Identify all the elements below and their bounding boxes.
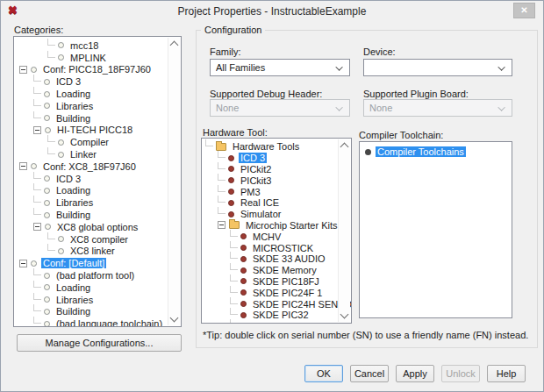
tree-item[interactable]: SKDE 33 AUDIO [205,253,337,265]
tree-item[interactable]: Building [18,209,167,221]
scroll-up-icon[interactable] [170,41,179,50]
plugin-board-label: Supported Plugin Board: [363,89,469,99]
configuration-group-label: Configuration [201,25,265,35]
tree-item[interactable]: SKDE PIC18FJ [205,276,337,288]
tree-branch-line [230,230,238,237]
circle-icon [31,67,37,73]
tree-branch-line [230,252,238,259]
tree-item-label: Microchip Starter Kits [244,220,340,231]
tree-item[interactable]: SKDE PIC32 [205,310,337,321]
collapse-toggle-icon[interactable] [33,126,41,134]
tree-item[interactable]: XC8 linker [18,246,167,258]
chevron-down-icon [497,63,505,70]
collapse-toggle-icon[interactable] [19,260,27,267]
tree-item-label: MICROSTICK [251,243,315,253]
close-button[interactable]: ✕ [513,3,535,18]
circle-icon [44,188,50,194]
circle-icon [44,321,50,327]
tree-branch-line [230,241,238,248]
dot-icon [228,211,234,217]
tree-item[interactable]: MPLINK [18,52,167,64]
tree-item-label: Linker [68,149,98,160]
tree-item[interactable]: Compiler Toolchains [361,146,510,158]
tree-item[interactable]: Microchip Starter Kits [205,220,337,232]
circle-icon [44,79,50,85]
hardware-tool-tree[interactable]: Hardware ToolsICD 3PICkit2PICkit3PM3Real… [201,138,352,324]
scroll-down-icon[interactable] [340,310,349,319]
tree-item[interactable]: mcc18 [18,39,167,52]
tree-item[interactable]: Building [18,112,167,125]
circle-icon [44,91,50,97]
tree-branch-line [33,281,41,288]
categories-label: Categories: [14,25,63,35]
tree-item[interactable]: SKDE PIC24H SENSOR [205,298,337,310]
circle-icon [31,163,37,169]
circle-icon [58,42,64,48]
tree-item[interactable]: Starter Kits (PKOB) [205,321,337,324]
device-label: Device: [363,46,396,57]
manage-configurations-button[interactable]: Manage Configurations... [17,334,182,352]
dot-icon [240,278,247,284]
collapse-toggle-icon[interactable] [33,223,41,231]
collapse-toggle-icon[interactable] [19,162,27,170]
tree-item-label: HI-TECH PICC18 [55,125,134,135]
dot-icon [228,189,234,195]
circle-icon [58,248,64,254]
tree-item[interactable]: (bad language toolchain) [18,317,167,327]
cancel-button[interactable]: Cancel [350,365,389,382]
tree-item-label: (bad platform tool) [54,270,136,281]
dot-icon [228,177,234,183]
tree-item-label: mcc18 [68,40,100,51]
tree-branch-line [33,183,41,190]
tree-item-label: SKDE PIC24H SENSOR [251,299,352,310]
chevron-down-icon [335,103,342,110]
categories-tree[interactable]: mcc18MPLINKConf: PICC18_18F97J60ICD 3Loa… [13,36,182,327]
scroll-down-icon[interactable] [170,314,179,323]
hardware-tool-scrollbar[interactable] [338,139,350,322]
collapse-toggle-icon[interactable] [218,221,225,229]
tree-branch-line [47,39,55,46]
tree-branch-line [33,111,41,118]
tree-branch-line [218,162,225,169]
circle-icon [44,175,50,182]
circle-icon [58,152,64,158]
tree-item-label: Libraries [54,295,95,305]
tree-item-label: SKDE Memory [251,265,319,275]
project-properties-dialog: ✖ Project Properties - InstructableExamp… [0,0,544,392]
tree-item[interactable]: MCHV [205,231,337,242]
tree-branch-line [218,174,225,181]
tree-item-label: Conf: XC8_18F97J60 [41,161,138,172]
tree-item-label: PM3 [239,187,262,197]
tree-item[interactable]: XC8 compiler [18,233,167,246]
tree-item-label: Hardware Tools [231,141,301,152]
compiler-toolchain-list[interactable]: Compiler Toolchains [359,141,512,318]
tree-branch-line [33,317,41,324]
bullet-icon [365,149,371,155]
tree-item[interactable]: Linker [18,148,167,160]
tree-item[interactable]: Compiler [18,136,167,148]
help-button[interactable]: Help [487,365,526,382]
tree-item[interactable]: Simulator [205,209,337,220]
categories-scrollbar[interactable] [168,38,180,325]
collapse-toggle-icon[interactable] [19,66,27,74]
scroll-up-icon[interactable] [340,143,349,152]
tree-item[interactable]: SKDE PIC24F 1 [205,287,337,298]
tree-branch-line [33,99,41,106]
folder-icon [229,221,240,229]
circle-icon [58,236,64,242]
tree-item-label: Conf: PICC18_18F97J60 [41,64,153,75]
ok-button[interactable]: OK [304,365,343,382]
hardware-tool-label: Hardware Tool: [203,127,268,138]
device-select[interactable] [363,59,512,76]
tree-item[interactable]: XC8 global options [18,221,167,233]
tree-item[interactable]: HI-TECH PICC18 [18,125,167,137]
dot-icon [240,267,247,274]
family-select[interactable]: All Families [210,59,350,76]
tree-branch-line [218,151,225,158]
tree-item[interactable]: MICROSTICK [205,242,337,253]
tree-item[interactable]: SKDE Memory [205,265,337,276]
tree-item-label: Loading [54,185,92,196]
tree-item-label: MPLINK [68,53,108,63]
tree-branch-line [230,263,238,270]
apply-button[interactable]: Apply [396,365,434,382]
